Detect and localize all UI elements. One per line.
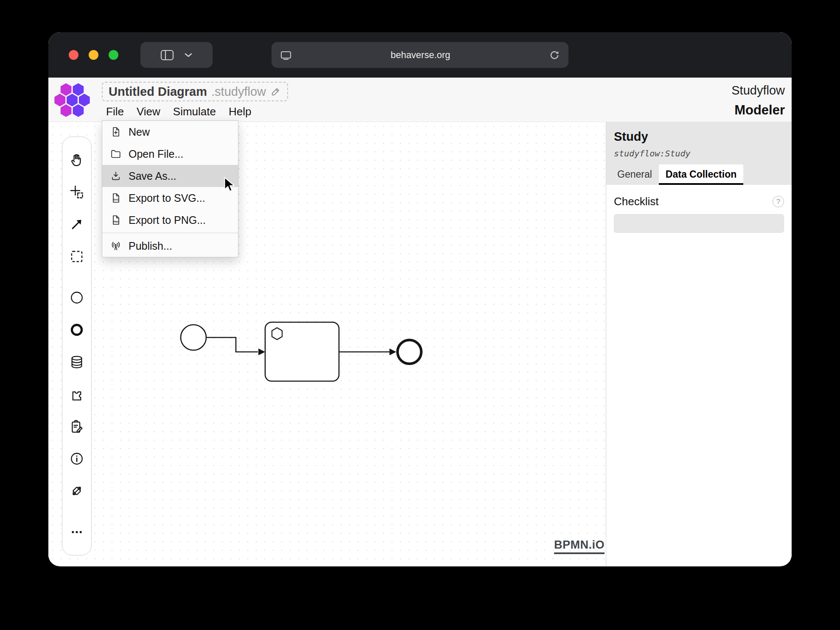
menu-item-save-as[interactable]: Save As... xyxy=(102,165,238,187)
marquee-tool-button[interactable] xyxy=(67,247,87,266)
menu-bar: File View Simulate Help xyxy=(106,105,251,118)
browser-titlebar: behaverse.org xyxy=(48,32,792,78)
connect-tool-button[interactable] xyxy=(67,215,87,234)
properties-panel-body: Checklist ? xyxy=(606,185,792,233)
browser-window: behaverse.org Untitled xyxy=(48,32,792,566)
edit-pencil-icon[interactable] xyxy=(270,86,281,97)
arrowhead-2 xyxy=(389,348,396,355)
arrowhead-1 xyxy=(258,348,265,355)
crosshair-icon xyxy=(70,185,84,199)
database-icon xyxy=(70,355,84,369)
menu-item-export-svg[interactable]: SVG Export to SVG... xyxy=(102,187,238,209)
menu-item-label: Open File... xyxy=(129,148,183,160)
broadcast-icon xyxy=(110,240,122,251)
menu-item-label: New xyxy=(129,126,150,138)
sequence-flow-1[interactable] xyxy=(206,337,258,352)
rotated-square-arrow-icon xyxy=(70,484,84,498)
menu-item-export-png[interactable]: PNG Export to PNG... xyxy=(102,209,238,231)
document-title-box[interactable]: Untitled Diagram .studyflow xyxy=(102,82,288,101)
menu-view[interactable]: View xyxy=(137,105,160,118)
info-icon xyxy=(70,452,84,466)
task-tool-button[interactable] xyxy=(67,417,87,436)
file-svg-icon: SVG xyxy=(110,192,122,203)
menu-item-publish[interactable]: Publish... xyxy=(102,235,238,257)
window-controls xyxy=(69,50,118,60)
file-png-icon: PNG xyxy=(110,215,122,226)
help-icon[interactable]: ? xyxy=(773,196,784,207)
start-event-shape[interactable] xyxy=(181,325,206,350)
chevron-down-icon xyxy=(184,52,193,58)
start-event-tool-button[interactable] xyxy=(67,288,87,307)
task-shape[interactable] xyxy=(265,322,339,381)
zoom-window-button[interactable] xyxy=(109,50,118,60)
reload-icon[interactable] xyxy=(549,50,560,61)
thick-circle-icon xyxy=(70,323,84,337)
end-event-shape[interactable] xyxy=(398,340,421,364)
brand-block: Studyflow Modeler xyxy=(731,81,785,120)
properties-panel: Study studyflow:Study General Data Colle… xyxy=(606,122,792,566)
more-tools-button[interactable] xyxy=(67,522,87,542)
menu-item-label: Export to SVG... xyxy=(129,192,205,204)
tool-palette xyxy=(62,137,92,555)
bpmn-io-watermark[interactable]: BPMN.iO xyxy=(554,538,605,554)
brand-studyflow: Studyflow xyxy=(731,81,785,100)
menu-simulate[interactable]: Simulate xyxy=(173,105,216,118)
honeycomb-logo-icon xyxy=(52,80,92,120)
url-text: behaverse.org xyxy=(292,50,549,61)
minimize-window-button[interactable] xyxy=(89,50,98,60)
puzzle-icon xyxy=(70,387,84,401)
info-tool-button[interactable] xyxy=(67,449,87,468)
menu-item-label: Publish... xyxy=(129,240,172,252)
close-window-button[interactable] xyxy=(69,50,78,60)
tab-general[interactable]: General xyxy=(610,164,659,185)
circle-icon xyxy=(70,290,84,305)
element-title: Study xyxy=(614,130,648,144)
ellipsis-icon xyxy=(70,525,84,539)
sidebar-toggle-button[interactable] xyxy=(140,42,213,68)
menu-help[interactable]: Help xyxy=(229,105,251,118)
menu-file[interactable]: File xyxy=(106,105,124,118)
mouse-cursor xyxy=(222,176,237,193)
file-menu-popup: New Open File... Save As... xyxy=(102,120,238,257)
transform-tool-button[interactable] xyxy=(67,481,87,501)
document-title: Untitled Diagram xyxy=(109,85,207,99)
element-type: studyflow:Study xyxy=(614,148,691,159)
download-icon xyxy=(110,170,122,181)
brand-modeler: Modeler xyxy=(731,100,785,120)
studyflow-logo xyxy=(52,80,92,120)
svg-text:PNG: PNG xyxy=(113,220,119,223)
new-file-icon xyxy=(110,126,122,137)
menu-item-new[interactable]: New xyxy=(102,121,238,143)
end-event-tool-button[interactable] xyxy=(67,320,87,340)
panel-tabs: General Data Collection xyxy=(610,164,743,185)
extension-tool-button[interactable] xyxy=(67,385,87,404)
lasso-tool-button[interactable] xyxy=(67,182,87,202)
hand-icon xyxy=(70,153,84,167)
menu-item-label: Save As... xyxy=(129,170,176,182)
sidebar-icon xyxy=(160,50,174,61)
menu-separator xyxy=(102,233,238,233)
hand-tool-button[interactable] xyxy=(67,150,87,170)
menu-item-open-file[interactable]: Open File... xyxy=(102,143,238,165)
properties-panel-header: Study studyflow:Study General Data Colle… xyxy=(606,122,792,185)
folder-icon xyxy=(110,148,122,159)
svg-text:SVG: SVG xyxy=(113,198,119,201)
data-store-tool-button[interactable] xyxy=(67,352,87,372)
clipboard-pencil-icon xyxy=(70,419,84,434)
checklist-input[interactable] xyxy=(614,214,784,233)
document-extension: .studyflow xyxy=(211,85,266,99)
menu-item-label: Export to PNG... xyxy=(129,214,206,226)
dashed-box-icon xyxy=(70,249,84,264)
tab-data-collection[interactable]: Data Collection xyxy=(659,164,743,185)
checklist-label: Checklist xyxy=(614,195,658,208)
app-header: Untitled Diagram .studyflow File View Si… xyxy=(48,78,792,122)
arrow-icon xyxy=(70,217,84,231)
address-bar[interactable]: behaverse.org xyxy=(272,42,568,68)
page-icon xyxy=(280,50,292,60)
